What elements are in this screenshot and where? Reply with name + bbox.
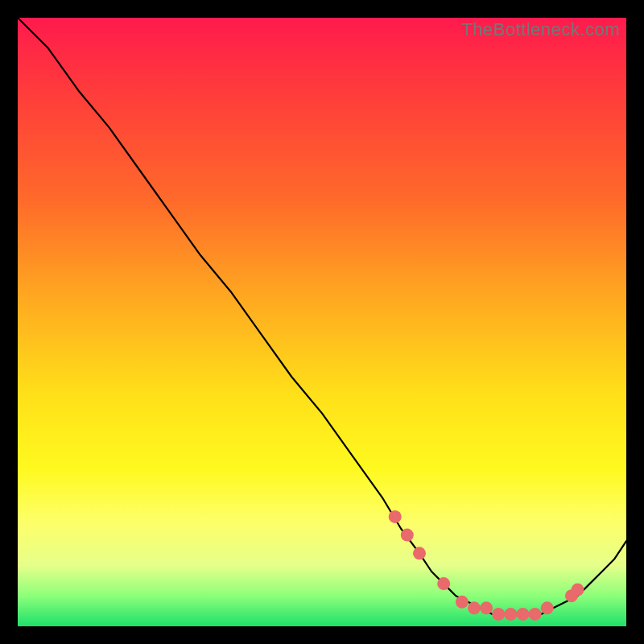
highlight-dot	[456, 596, 469, 609]
highlight-dots-group	[389, 510, 584, 621]
highlight-dot	[389, 510, 402, 523]
highlight-dot	[437, 577, 450, 590]
highlight-dot	[413, 547, 426, 559]
highlight-dot	[517, 608, 530, 621]
highlight-dot	[572, 584, 584, 597]
highlight-dot	[504, 608, 517, 621]
highlight-dot	[468, 601, 481, 614]
highlight-dot	[529, 608, 542, 621]
highlight-dot	[541, 601, 554, 614]
highlight-dot	[492, 608, 505, 621]
highlight-dot	[401, 529, 414, 542]
curve-svg	[18, 18, 626, 626]
highlight-dot	[480, 601, 493, 614]
chart-frame: TheBottleneck.com	[0, 0, 644, 644]
plot-area: TheBottleneck.com	[18, 18, 626, 626]
bottleneck-curve	[18, 18, 626, 614]
